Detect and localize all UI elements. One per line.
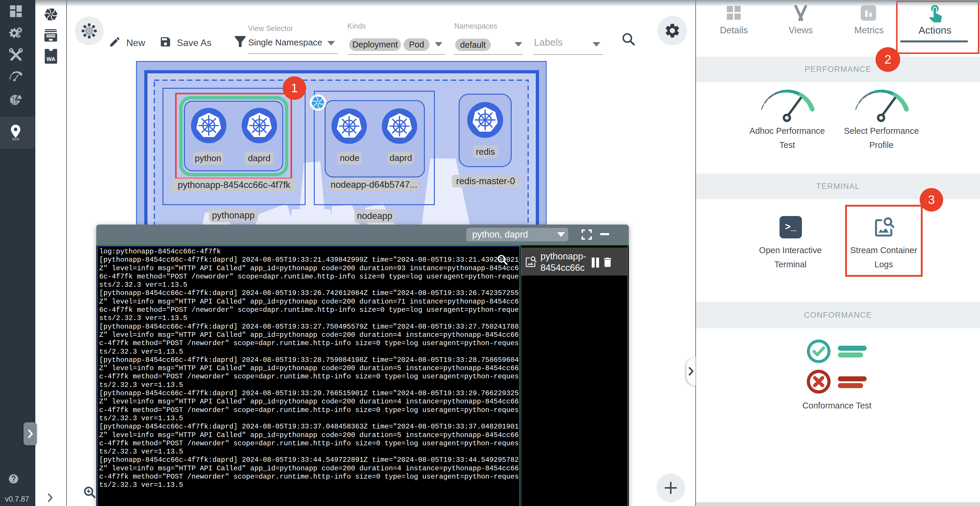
svg-text:WA: WA [46,56,56,62]
